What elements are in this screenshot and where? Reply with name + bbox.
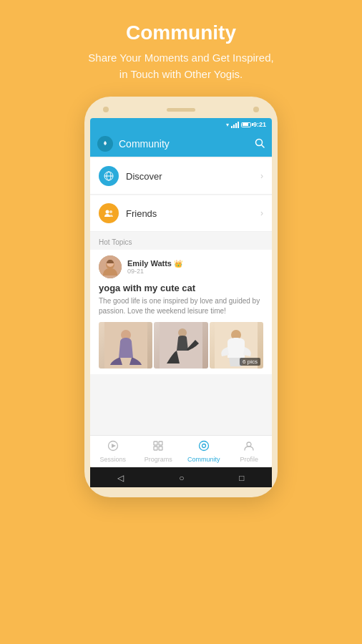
content-area: Discover › Friends › Hot Topics [90,157,272,435]
svg-rect-19 [154,441,157,445]
battery-icon [241,122,251,127]
app-bar-title: Community [119,138,249,150]
page-title: Community [88,21,273,44]
status-bar: ▾ 9:21 [90,118,272,131]
profile-icon [243,440,255,454]
friends-icon [99,203,119,223]
svg-point-23 [199,441,208,451]
discover-icon [99,166,119,186]
friends-menu-item[interactable]: Friends › [90,195,272,232]
post-image-3[interactable]: 6 pics [210,322,263,369]
post-title: yoga with my cute cat [99,283,263,293]
phone-frame: ▾ 9:21 [84,97,278,497]
app-bar: Community [90,131,272,157]
discover-label: Discover [126,171,253,182]
svg-point-25 [247,442,251,447]
post-image-2[interactable] [154,322,207,369]
discover-menu-item[interactable]: Discover › [90,158,272,195]
post-text: The good life is one inspired by love an… [99,296,263,316]
status-time: 9:21 [253,121,266,128]
svg-point-7 [109,210,112,213]
search-icon[interactable] [255,138,265,150]
svg-rect-20 [159,441,162,445]
page-subtitle: Share Your Moments and Get Inspired,in T… [88,50,273,82]
post-date: 09-21 [127,268,182,275]
svg-rect-22 [159,447,162,450]
crown-icon: 👑 [174,260,182,268]
community-label: Community [187,456,220,463]
page-header: Community Share Your Moments and Get Ins… [59,0,302,97]
hot-topics-label: Hot Topics [90,233,272,250]
signal-icon [231,122,239,128]
android-nav-bar: ◁ ○ □ [90,467,272,487]
tab-sessions[interactable]: Sessions [90,436,136,467]
author-name: Emily Watts 👑 [127,259,182,268]
friends-chevron-icon: › [260,208,263,218]
recent-button[interactable]: □ [239,473,244,483]
tab-programs[interactable]: Programs [136,436,182,467]
author-avatar [99,255,122,278]
community-icon [198,440,210,454]
phone-camera-right [253,107,259,112]
post-card[interactable]: Emily Watts 👑 09-21 yoga with my cute ca… [90,250,272,374]
avatar-image [99,255,122,278]
svg-point-6 [106,210,109,214]
home-button[interactable]: ○ [179,473,184,483]
friends-label: Friends [126,208,253,219]
phone-camera-left [103,107,109,112]
svg-line-2 [262,145,265,147]
status-icons: ▾ 9:21 [226,121,266,128]
phone-screen: ▾ 9:21 [90,118,272,467]
battery-fill [243,123,248,126]
wifi-icon: ▾ [226,122,229,128]
tab-community[interactable]: Community [181,436,227,467]
phone-top-bar [90,107,272,118]
programs-icon [152,440,164,454]
back-button[interactable]: ◁ [117,473,124,483]
post-image-1[interactable] [99,322,152,369]
post-author: Emily Watts 👑 09-21 [99,255,263,278]
phone-speaker [167,108,195,112]
sessions-label: Sessions [99,456,126,463]
tab-bar: Sessions Programs [90,435,272,467]
programs-label: Programs [145,456,172,463]
app-logo [97,136,113,152]
svg-rect-21 [154,447,157,450]
svg-point-24 [202,444,205,448]
sessions-icon [107,440,119,454]
tab-profile[interactable]: Profile [227,436,273,467]
pics-badge: 6 pics [240,358,260,366]
post-images: 6 pics [99,322,263,369]
profile-label: Profile [240,456,258,463]
author-info: Emily Watts 👑 09-21 [127,259,182,275]
discover-chevron-icon: › [260,171,263,181]
svg-marker-18 [112,444,116,448]
